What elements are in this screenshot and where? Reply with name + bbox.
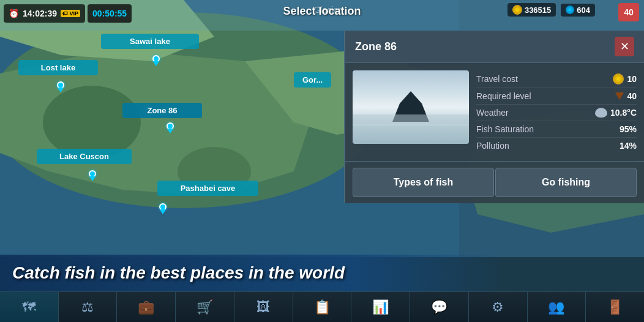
vip-badge: 🏷 VIP <box>61 10 80 17</box>
nav-balance[interactable]: ⚖ <box>59 292 118 322</box>
fish-saturation-value: 95% <box>620 124 637 134</box>
banner-text: Catch fish in the best places in the wor… <box>12 263 345 283</box>
required-level-row: Required level 40 <box>476 88 637 105</box>
level-badge: 40 <box>618 3 639 21</box>
gorge-label[interactable]: Gor... <box>294 72 331 88</box>
time-display: ⏰ 14:02:39 🏷 VIP <box>4 4 85 23</box>
pin-pashabei-cave <box>159 203 167 211</box>
coin-currency: 336515 <box>507 3 556 17</box>
pollution-label: Pollution <box>476 141 509 151</box>
stats-nav-icon: 📊 <box>372 299 389 315</box>
location-sawai-lake[interactable]: Sawai lake <box>101 34 199 49</box>
go-fishing-button[interactable]: Go fishing <box>495 168 637 197</box>
friends-nav-icon: 👥 <box>548 299 564 315</box>
settings-nav-icon: ⚙ <box>492 299 504 315</box>
travel-cost-label: Travel cost <box>476 74 518 84</box>
timer-text: 00:50:55 <box>92 9 127 18</box>
vip-icon: 🏷 <box>62 10 68 17</box>
nav-map[interactable]: 🗺 <box>0 292 59 322</box>
zone-panel: Zone 86 ✕ Travel cost 10 Required level <box>344 31 644 203</box>
time-text: 14:02:39 <box>23 9 57 18</box>
required-level-label: Required level <box>476 91 531 101</box>
nav-settings[interactable]: ⚙ <box>469 292 528 322</box>
weather-value: 10.8°C <box>595 108 637 118</box>
zone-content: Travel cost 10 Required level 40 Weather… <box>345 63 644 161</box>
exit-nav-icon: 🚪 <box>607 299 623 315</box>
location-lost-lake[interactable]: Lost lake <box>18 60 98 75</box>
location-lake-cuscon[interactable]: Lake Cuscon <box>37 149 132 164</box>
types-of-fish-button[interactable]: Types of fish <box>353 168 494 197</box>
promo-banner: Catch fish in the best places in the wor… <box>0 255 502 291</box>
zone-image <box>353 70 469 144</box>
svg-point-5 <box>43 86 141 159</box>
shop-nav-icon: 🛒 <box>197 299 213 315</box>
weather-row: Weather 10.8°C <box>476 105 637 121</box>
pin-sawai-lake <box>152 55 160 62</box>
balance-nav-icon: ⚖ <box>81 299 94 315</box>
gem-currency: 604 <box>561 4 595 17</box>
required-level-icon <box>615 92 624 100</box>
currency-display: 336515 604 <box>507 3 595 17</box>
pin-lost-lake <box>57 81 64 89</box>
travel-cost-value: 10 <box>613 73 637 84</box>
location-pashabei-cave[interactable]: Pashabei cave <box>157 181 258 196</box>
travel-cost-coin-icon <box>613 73 624 84</box>
coin-icon <box>512 5 522 15</box>
travel-cost-row: Travel cost 10 <box>476 70 637 88</box>
action-buttons: Types of fish Go fishing <box>345 161 644 203</box>
pin-lake-cuscon <box>89 170 96 178</box>
nav-shop[interactable]: 🛒 <box>176 292 234 322</box>
location-zone86[interactable]: Zone 86 <box>122 103 202 118</box>
zone-title: Zone 86 <box>355 40 397 53</box>
chat-nav-icon: 💬 <box>431 299 447 315</box>
fish-saturation-label: Fish Saturation <box>476 124 534 134</box>
close-button[interactable]: ✕ <box>615 37 634 56</box>
weather-cloud-icon <box>595 108 607 118</box>
select-location-title: Select location <box>283 5 361 18</box>
pollution-value: 14% <box>620 141 637 151</box>
inventory-nav-icon: 💼 <box>138 299 154 315</box>
coin-value: 336515 <box>525 6 551 15</box>
nav-chat[interactable]: 💬 <box>410 292 469 322</box>
weather-label: Weather <box>476 108 509 118</box>
nav-quests[interactable]: 📋 <box>293 292 352 322</box>
clock-icon: ⏰ <box>9 9 19 18</box>
nav-exit[interactable]: 🚪 <box>586 292 644 322</box>
gallery-nav-icon: 🖼 <box>256 299 270 315</box>
map-nav-icon: 🗺 <box>22 299 36 315</box>
nav-stats[interactable]: 📊 <box>351 292 410 322</box>
nav-gallery[interactable]: 🖼 <box>234 292 293 322</box>
quests-nav-icon: 📋 <box>314 299 331 315</box>
nav-friends[interactable]: 👥 <box>528 292 586 322</box>
required-level-value: 40 <box>615 91 637 101</box>
pollution-row: Pollution 14% <box>476 138 637 154</box>
gem-value: 604 <box>577 6 590 15</box>
fish-saturation-row: Fish Saturation 95% <box>476 121 637 138</box>
zone-image-fog <box>353 114 469 144</box>
gem-icon <box>566 6 574 14</box>
nav-inventory[interactable]: 💼 <box>117 292 176 322</box>
pin-zone86 <box>167 122 174 130</box>
timer-display: 00:50:55 <box>88 4 132 23</box>
zone-header: Zone 86 ✕ <box>345 31 644 63</box>
bottom-nav: 🗺 ⚖ 💼 🛒 🖼 📋 📊 💬 ⚙ 👥 🚪 <box>0 291 644 322</box>
zone-stats: Travel cost 10 Required level 40 Weather… <box>476 70 637 154</box>
